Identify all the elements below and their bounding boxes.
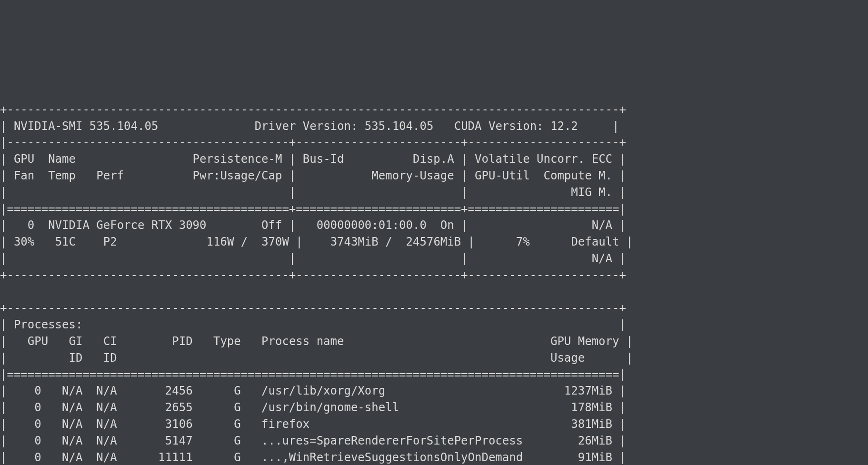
rule-proc-top: +---------------------------------------…	[0, 301, 626, 315]
version-line: | NVIDIA-SMI 535.104.05 Driver Version: …	[0, 119, 619, 133]
gpu-pwr-cap: 370W	[261, 235, 289, 248]
rule-gpu-bottom: +---------------------------------------…	[0, 268, 626, 282]
gpu-name: NVIDIA GeForce RTX 3090	[48, 218, 206, 232]
terminal-output: +---------------------------------------…	[0, 83, 868, 465]
cuda-version: 12.2	[550, 119, 578, 133]
gpu-row-line-1: | 0 NVIDIA GeForce RTX 3090 Off | 000000…	[0, 218, 626, 232]
col-header-line-2: | Fan Temp Perf Pwr:Usage/Cap | Memory-U…	[0, 169, 626, 182]
proc-title: Processes:	[14, 318, 83, 331]
gpu-persistence: Off	[261, 218, 282, 232]
gpu-pwr-usage: 116W	[207, 235, 234, 248]
proc-header-line-2: | ID ID Usage |	[0, 351, 633, 365]
gpu-fan: 30%	[14, 235, 34, 248]
gpu-perf: P2	[103, 235, 117, 248]
proc-header-line-1: | GPU GI CI PID Type Process name GPU Me…	[0, 335, 633, 348]
blank-line	[0, 285, 626, 298]
gpu-mig-mode: N/A	[592, 252, 612, 265]
gpu-compute-mode: Default	[571, 235, 619, 248]
gpu-disp-a: On	[440, 218, 454, 232]
rule-proc-double: |=======================================…	[0, 368, 626, 381]
gpu-row-line-3: | | | N/A |	[0, 252, 626, 265]
gpu-mem-used: 3743MiB	[330, 235, 379, 248]
gpu-index: 0	[28, 218, 34, 232]
gpu-row-line-2: | 30% 51C P2 116W / 370W | 3743MiB / 245…	[0, 235, 633, 248]
gpu-ecc: N/A	[592, 218, 612, 232]
smi-label: NVIDIA-SMI	[14, 119, 83, 133]
gpu-temp: 51C	[55, 235, 76, 248]
smi-version: 535.104.05	[90, 119, 159, 133]
gpu-bus-id: 00000000:01:00.0	[317, 218, 427, 232]
cuda-label: CUDA Version:	[454, 119, 544, 133]
driver-version: 535.104.05	[365, 119, 434, 133]
proc-title-line: | Processes: |	[0, 318, 626, 331]
rule-header-sep: |---------------------------------------…	[0, 136, 626, 149]
proc-rows: | 0 N/A N/A 2456 G /usr/lib/xorg/Xorg 12…	[0, 384, 626, 465]
rule-double: |=======================================…	[0, 202, 626, 216]
gpu-mem-total: 24576MiB	[406, 235, 461, 248]
rule-top: +---------------------------------------…	[0, 103, 626, 116]
col-header-line-1: | GPU Name Persistence-M | Bus-Id Disp.A…	[0, 152, 626, 166]
gpu-util: 7%	[516, 235, 530, 248]
col-header-line-3: | | | MIG M. |	[0, 186, 626, 199]
driver-label: Driver Version:	[255, 119, 358, 133]
